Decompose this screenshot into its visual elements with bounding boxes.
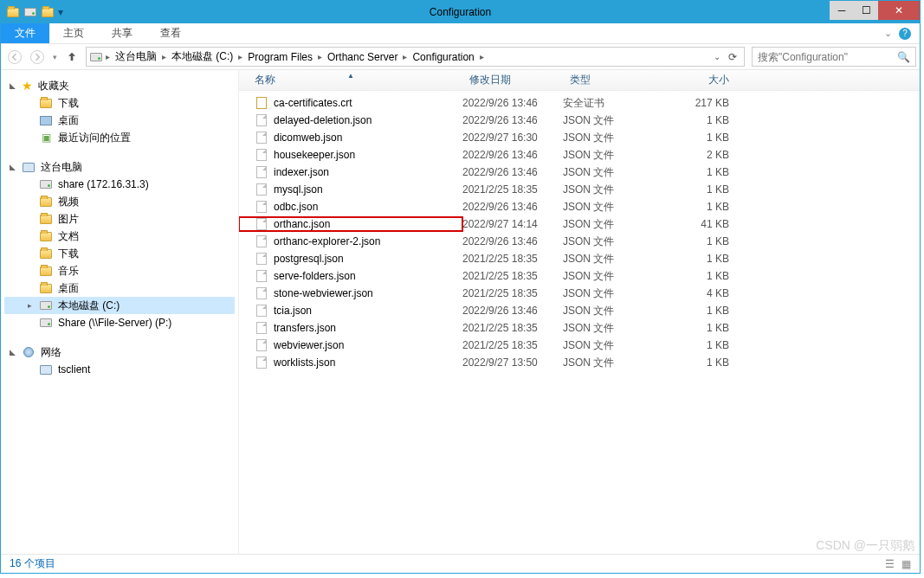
file-name-cell[interactable]: ca-certificates.crt	[239, 96, 462, 110]
search-box[interactable]: 🔍	[752, 47, 916, 67]
tree-item[interactable]: 桌面	[4, 112, 235, 129]
breadcrumb-sep-icon[interactable]: ▸	[401, 52, 409, 61]
file-type: JSON 文件	[563, 217, 667, 232]
tree-item[interactable]: 文档	[4, 228, 235, 245]
file-row[interactable]: serve-folders.json2021/2/25 18:35JSON 文件…	[239, 267, 920, 285]
file-name-cell[interactable]: mysql.json	[239, 183, 462, 196]
breadcrumb-segment[interactable]: 本地磁盘 (C:)	[168, 49, 236, 64]
header-name[interactable]: ▲ 名称	[239, 73, 462, 87]
file-row[interactable]: postgresql.json2021/2/25 18:35JSON 文件1 K…	[239, 250, 920, 267]
tab-view[interactable]: 查看	[146, 23, 195, 43]
tree-item[interactable]: 视频	[4, 193, 235, 210]
file-size: 1 KB	[667, 339, 736, 351]
file-name-cell[interactable]: stone-webviewer.json	[239, 286, 462, 300]
file-type: JSON 文件	[563, 252, 667, 267]
file-row[interactable]: odbc.json2022/9/26 13:46JSON 文件1 KB	[239, 198, 920, 215]
navigation-pane[interactable]: ◣ ★ 收藏夹 下载桌面▣最近访问的位置 ◣ 这台电脑 share (172.1…	[1, 70, 239, 554]
tab-home[interactable]: 主页	[49, 23, 98, 43]
file-name-cell[interactable]: worklists.json	[239, 356, 462, 369]
search-input[interactable]	[758, 51, 897, 63]
tree-item[interactable]: 下载	[4, 94, 235, 112]
file-row[interactable]: delayed-deletion.json2022/9/26 13:46JSON…	[239, 112, 920, 129]
file-name: odbc.json	[274, 201, 318, 213]
file-row[interactable]: orthanc-explorer-2.json2022/9/26 13:46JS…	[239, 233, 920, 250]
file-row[interactable]: transfers.json2021/2/25 18:35JSON 文件1 KB	[239, 319, 920, 337]
file-name-cell[interactable]: indexer.json	[239, 165, 462, 179]
title-bar[interactable]: ▾ Configuration ─ ☐ ✕	[1, 1, 920, 23]
file-name-cell[interactable]: webviewer.json	[239, 338, 462, 352]
file-name-cell[interactable]: orthanc-explorer-2.json	[239, 234, 462, 248]
column-headers[interactable]: ▲ 名称 修改日期 类型 大小	[239, 70, 920, 91]
network-header[interactable]: ◣ 网络	[4, 344, 235, 361]
details-view-icon[interactable]: ☰	[885, 558, 895, 570]
tree-item[interactable]: 桌面	[4, 279, 235, 297]
props-icon[interactable]	[41, 5, 55, 19]
breadcrumb-segment[interactable]: Configuration	[409, 51, 477, 63]
file-name-cell[interactable]: serve-folders.json	[239, 269, 462, 283]
tree-item[interactable]: 音乐	[4, 262, 235, 279]
this-pc-header[interactable]: ◣ 这台电脑	[4, 158, 235, 176]
file-name-cell[interactable]: dicomweb.json	[239, 131, 462, 144]
tab-file[interactable]: 文件	[1, 23, 49, 43]
favorites-header[interactable]: ◣ ★ 收藏夹	[4, 77, 235, 94]
file-row[interactable]: indexer.json2022/9/26 13:46JSON 文件1 KB	[239, 164, 920, 181]
breadcrumb-sep-icon[interactable]: ▸	[160, 52, 168, 61]
help-icon[interactable]: ?	[899, 28, 911, 40]
tree-item[interactable]: 图片	[4, 210, 235, 228]
file-name-cell[interactable]: odbc.json	[239, 200, 462, 214]
maximize-button[interactable]: ☐	[854, 1, 878, 20]
breadcrumb[interactable]: ▸ 这台电脑▸本地磁盘 (C:)▸Program Files▸Orthanc S…	[86, 47, 745, 67]
forward-button[interactable]	[27, 47, 48, 67]
tree-item-label: 桌面	[58, 281, 79, 296]
file-row[interactable]: tcia.json2022/9/26 13:46JSON 文件1 KB	[239, 302, 920, 319]
file-row[interactable]: webviewer.json2021/2/25 18:35JSON 文件1 KB	[239, 337, 920, 354]
file-row[interactable]: ca-certificates.crt2022/9/26 13:46安全证书21…	[239, 94, 920, 112]
file-list[interactable]: ca-certificates.crt2022/9/26 13:46安全证书21…	[239, 91, 920, 554]
file-row[interactable]: mysql.json2021/2/25 18:35JSON 文件1 KB	[239, 181, 920, 198]
tree-item[interactable]: share (172.16.31.3)	[4, 176, 235, 193]
file-row[interactable]: orthanc.json2022/9/27 14:14JSON 文件41 KB	[239, 215, 920, 233]
file-name-cell[interactable]: transfers.json	[239, 321, 462, 335]
breadcrumb-sep[interactable]: ▸	[104, 52, 112, 61]
file-name-cell[interactable]: housekeeper.json	[239, 148, 462, 162]
breadcrumb-sep-icon[interactable]: ▸	[478, 52, 486, 61]
up-button[interactable]	[61, 47, 82, 67]
expand-ribbon-icon[interactable]: ⌄	[884, 28, 892, 39]
recent-dropdown[interactable]: ▾	[49, 47, 60, 67]
tree-item[interactable]: ▸本地磁盘 (C:)	[4, 297, 235, 314]
minimize-button[interactable]: ─	[830, 1, 854, 20]
tree-item[interactable]: 下载	[4, 245, 235, 262]
header-type[interactable]: 类型	[563, 73, 667, 87]
file-row[interactable]: worklists.json2022/9/27 13:50JSON 文件1 KB	[239, 354, 920, 371]
file-name-cell[interactable]: orthanc.json	[239, 217, 462, 231]
tree-item[interactable]: tsclient	[4, 361, 235, 378]
breadcrumb-segment[interactable]: Orthanc Server	[324, 51, 401, 63]
breadcrumb-segment[interactable]: Program Files	[244, 51, 316, 63]
tree-item[interactable]: ▣最近访问的位置	[4, 129, 235, 146]
breadcrumb-sep-icon[interactable]: ▸	[316, 52, 324, 61]
file-name-cell[interactable]: postgresql.json	[239, 252, 462, 266]
thumbnail-view-icon[interactable]: ▦	[901, 558, 911, 570]
back-button[interactable]	[4, 47, 25, 67]
location-icon	[88, 49, 104, 65]
file-icon	[255, 338, 268, 352]
breadcrumb-segment[interactable]: 这台电脑	[112, 49, 160, 64]
close-button[interactable]: ✕	[878, 1, 920, 20]
file-row[interactable]: stone-webviewer.json2021/2/25 18:35JSON …	[239, 285, 920, 302]
tree-item[interactable]: Share (\\File-Server) (P:)	[4, 314, 235, 331]
recent-icon: ▣	[39, 131, 53, 144]
address-dropdown-icon[interactable]: ⌄	[711, 52, 723, 61]
file-name-cell[interactable]: delayed-deletion.json	[239, 113, 462, 127]
refresh-button[interactable]: ⟳	[725, 51, 740, 63]
header-date[interactable]: 修改日期	[462, 73, 563, 87]
file-name-cell[interactable]: tcia.json	[239, 304, 462, 318]
search-icon[interactable]: 🔍	[897, 51, 910, 63]
caret-icon: ◣	[8, 163, 16, 171]
tab-share[interactable]: 共享	[98, 23, 146, 43]
file-row[interactable]: dicomweb.json2022/9/27 16:30JSON 文件1 KB	[239, 129, 920, 146]
breadcrumb-sep-icon[interactable]: ▸	[236, 52, 244, 61]
file-name: indexer.json	[274, 166, 329, 178]
header-size[interactable]: 大小	[667, 73, 736, 87]
address-bar-row: ▾ ▸ 这台电脑▸本地磁盘 (C:)▸Program Files▸Orthanc…	[1, 44, 920, 70]
file-row[interactable]: housekeeper.json2022/9/26 13:46JSON 文件2 …	[239, 146, 920, 164]
